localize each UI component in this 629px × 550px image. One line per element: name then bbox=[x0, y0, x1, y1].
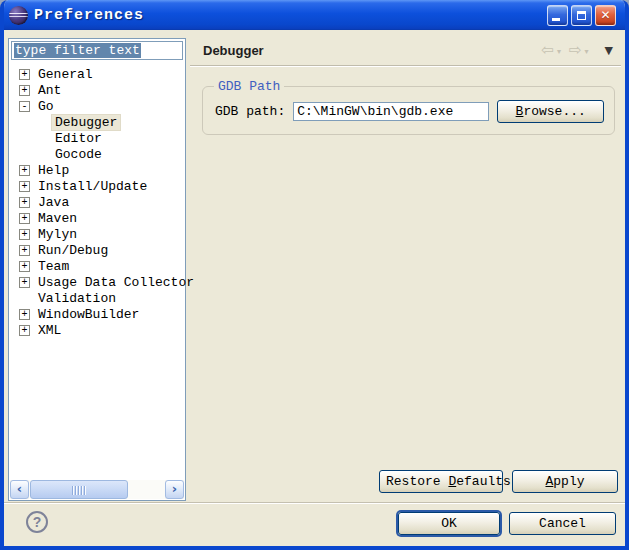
page-title: Debugger bbox=[203, 43, 541, 58]
minimize-button[interactable] bbox=[547, 5, 568, 26]
filter-input[interactable]: type filter text bbox=[11, 41, 183, 60]
restore-defaults-button[interactable]: Restore Defaults bbox=[379, 470, 503, 493]
scrollbar-track[interactable] bbox=[29, 480, 165, 499]
preferences-tree: +General +Ant -Go Debugger Editor Gocode… bbox=[9, 66, 185, 338]
forward-icon[interactable]: ⇨ bbox=[569, 43, 582, 58]
titlebar[interactable]: Preferences ✕ bbox=[0, 0, 629, 30]
expand-icon[interactable]: + bbox=[19, 261, 30, 272]
back-icon[interactable]: ⇦ bbox=[541, 43, 554, 58]
apply-button[interactable]: Apply bbox=[512, 470, 618, 493]
cancel-button[interactable]: Cancel bbox=[509, 512, 616, 535]
collapse-icon[interactable]: - bbox=[19, 101, 30, 112]
scroll-left-arrow-icon[interactable]: ‹ bbox=[10, 480, 29, 499]
filter-selected-text: type filter text bbox=[14, 43, 141, 58]
pane-action-row: Restore Defaults Apply bbox=[379, 470, 618, 493]
tree-item-xml[interactable]: +XML bbox=[9, 322, 185, 338]
scrollbar-thumb[interactable] bbox=[30, 480, 128, 499]
tree-item-help[interactable]: +Help bbox=[9, 162, 185, 178]
help-icon: ? bbox=[33, 514, 42, 530]
pane-header: Debugger ⇦ ▾ ⇨ ▾ ▼ bbox=[190, 38, 621, 62]
tree-item-java[interactable]: +Java bbox=[9, 194, 185, 210]
view-menu-icon[interactable]: ▼ bbox=[605, 45, 613, 56]
close-button[interactable]: ✕ bbox=[595, 5, 616, 26]
expand-icon[interactable]: + bbox=[19, 325, 30, 336]
tree-item-debugger[interactable]: Debugger bbox=[9, 114, 185, 130]
expand-icon[interactable]: + bbox=[19, 213, 30, 224]
preferences-window: Preferences ✕ type filter text +General … bbox=[0, 0, 629, 550]
tree-panel: type filter text +General +Ant -Go Debug… bbox=[8, 38, 186, 501]
forward-dropdown-icon[interactable]: ▾ bbox=[585, 48, 589, 56]
dialog-footer: ? OK Cancel bbox=[4, 504, 625, 546]
expand-icon[interactable]: + bbox=[19, 69, 30, 80]
expand-icon[interactable]: + bbox=[19, 85, 30, 96]
help-button[interactable]: ? bbox=[26, 511, 48, 533]
maximize-button[interactable] bbox=[571, 5, 592, 26]
tree-item-editor[interactable]: Editor bbox=[9, 130, 185, 146]
window-controls: ✕ bbox=[547, 5, 616, 26]
close-icon: ✕ bbox=[600, 9, 610, 21]
tree-item-validation[interactable]: Validation bbox=[9, 290, 185, 306]
tree-item-gocode[interactable]: Gocode bbox=[9, 146, 185, 162]
ok-button[interactable]: OK bbox=[398, 512, 500, 535]
header-separator bbox=[190, 65, 621, 67]
browse-button[interactable]: Browse... bbox=[497, 100, 604, 123]
debugger-pane: Debugger ⇦ ▾ ⇨ ▾ ▼ GDB Path GDB path: Br… bbox=[190, 38, 621, 502]
maximize-icon bbox=[577, 11, 586, 20]
tree-item-windowbuilder[interactable]: +WindowBuilder bbox=[9, 306, 185, 322]
tree-item-maven[interactable]: +Maven bbox=[9, 210, 185, 226]
scroll-right-arrow-icon[interactable]: › bbox=[165, 480, 184, 499]
eclipse-logo-icon bbox=[9, 6, 28, 25]
expand-icon[interactable]: + bbox=[19, 229, 30, 240]
window-title: Preferences bbox=[34, 7, 547, 24]
dialog-body: type filter text +General +Ant -Go Debug… bbox=[4, 30, 625, 546]
tree-item-general[interactable]: +General bbox=[9, 66, 185, 82]
expand-icon[interactable]: + bbox=[19, 181, 30, 192]
gdb-path-label: GDB path: bbox=[215, 104, 285, 119]
gdb-path-group: GDB Path GDB path: Browse... bbox=[202, 79, 615, 135]
expand-icon[interactable]: + bbox=[19, 245, 30, 256]
tree-item-mylyn[interactable]: +Mylyn bbox=[9, 226, 185, 242]
tree-item-team[interactable]: +Team bbox=[9, 258, 185, 274]
tree-item-install-update[interactable]: +Install/Update bbox=[9, 178, 185, 194]
gdb-path-row: GDB path: Browse... bbox=[211, 100, 606, 123]
gdb-path-input[interactable] bbox=[293, 102, 489, 121]
tree-item-ant[interactable]: +Ant bbox=[9, 82, 185, 98]
expand-icon[interactable]: + bbox=[19, 277, 30, 288]
group-title: GDB Path bbox=[214, 79, 284, 94]
footer-buttons: OK Cancel bbox=[398, 512, 616, 535]
expand-icon[interactable]: + bbox=[19, 197, 30, 208]
back-dropdown-icon[interactable]: ▾ bbox=[557, 48, 561, 56]
expand-icon[interactable]: + bbox=[19, 165, 30, 176]
history-nav: ⇦ ▾ ⇨ ▾ ▼ bbox=[541, 43, 615, 58]
tree-item-usage-data-collector[interactable]: +Usage Data Collector bbox=[9, 274, 185, 290]
minimize-icon bbox=[552, 18, 560, 21]
horizontal-scrollbar[interactable]: ‹ › bbox=[10, 480, 184, 499]
tree-item-run-debug[interactable]: +Run/Debug bbox=[9, 242, 185, 258]
tree-item-go[interactable]: -Go bbox=[9, 98, 185, 114]
expand-icon[interactable]: + bbox=[19, 309, 30, 320]
